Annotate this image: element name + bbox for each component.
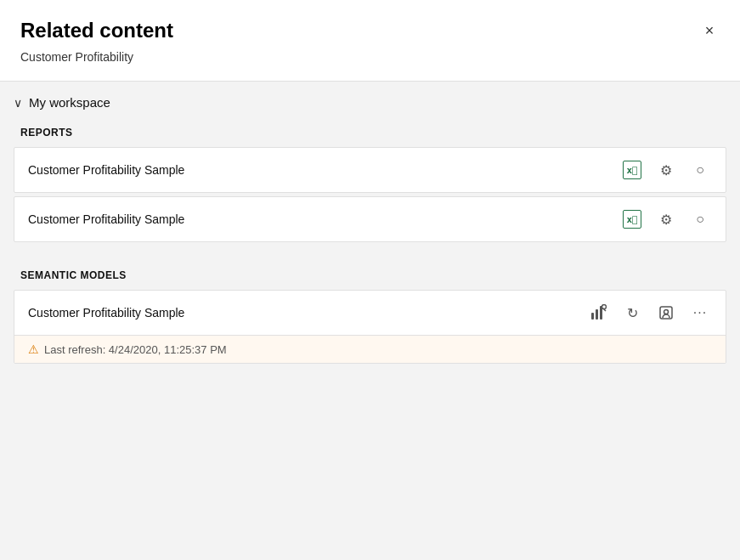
report-item-1-actions: x⃣ ⚙ ○ — [620, 158, 712, 182]
semantic-model-item-1-name: Customer Profitability Sample — [28, 306, 586, 320]
chart-analyze-icon — [590, 304, 607, 321]
reports-section: REPORTS Customer Profitability Sample x⃣… — [14, 120, 726, 242]
svg-rect-0 — [591, 313, 594, 320]
semantic-models-label: SEMANTIC MODELS — [14, 263, 726, 290]
related-content-panel: Related content Customer Profitability ×… — [0, 0, 740, 560]
semantic-model-item-1-row: Customer Profitability Sample — [14, 291, 726, 335]
panel-header: Related content Customer Profitability × — [0, 0, 740, 82]
panel-body: ∨ My workspace REPORTS Customer Profitab… — [0, 82, 740, 560]
analyze-data-icon[interactable] — [586, 301, 610, 325]
workspace-name: My workspace — [29, 95, 110, 110]
report-item-1: Customer Profitability Sample x⃣ ⚙ ○ — [14, 147, 726, 193]
semantic-model-item-1: Customer Profitability Sample — [14, 290, 726, 364]
excel-icon: x⃣ — [623, 161, 641, 179]
insights-icon-2[interactable]: ○ — [688, 207, 712, 231]
gear-icon: ⚙ — [660, 162, 672, 178]
settings-icon-2[interactable]: ⚙ — [654, 207, 678, 231]
svg-rect-1 — [596, 309, 598, 320]
settings-icon[interactable]: ⚙ — [654, 158, 678, 182]
panel-title: Related content — [20, 17, 720, 43]
gear-icon-2: ⚙ — [660, 212, 672, 228]
security-icon-btn[interactable] — [654, 301, 678, 325]
report-item-1-name: Customer Profitability Sample — [28, 163, 620, 177]
excel-analyze-icon[interactable]: x⃣ — [620, 158, 644, 182]
report-item-2-name: Customer Profitability Sample — [28, 212, 620, 226]
insights-icon[interactable]: ○ — [688, 158, 712, 182]
chevron-down-icon: ∨ — [14, 96, 22, 110]
panel-subtitle: Customer Profitability — [20, 50, 720, 64]
refresh-icon: ↻ — [627, 305, 638, 321]
refresh-info-text: Last refresh: 4/24/2020, 11:25:37 PM — [44, 343, 227, 356]
semantic-models-section: SEMANTIC MODELS Customer Profitability S… — [14, 263, 726, 364]
svg-point-3 — [602, 305, 607, 309]
semantic-model-item-1-actions: ↻ ··· — [586, 301, 712, 325]
report-item-2-actions: x⃣ ⚙ ○ — [620, 207, 712, 231]
workspace-header[interactable]: ∨ My workspace — [14, 82, 726, 120]
security-icon — [658, 304, 675, 321]
report-item-2: Customer Profitability Sample x⃣ ⚙ ○ — [14, 196, 726, 242]
warning-icon: ⚠ — [28, 342, 39, 356]
more-options-button[interactable]: ··· — [688, 301, 712, 325]
close-button[interactable]: × — [696, 17, 723, 44]
excel-analyze-icon-2[interactable]: x⃣ — [620, 207, 644, 231]
more-icon: ··· — [693, 305, 707, 320]
refresh-button[interactable]: ↻ — [620, 301, 644, 325]
refresh-info-row: ⚠ Last refresh: 4/24/2020, 11:25:37 PM — [14, 335, 726, 363]
workspace-section: ∨ My workspace REPORTS Customer Profitab… — [14, 82, 726, 364]
bulb-icon: ○ — [696, 162, 704, 178]
excel-icon-2: x⃣ — [623, 210, 641, 229]
svg-point-6 — [664, 310, 669, 314]
reports-label: REPORTS — [14, 120, 726, 147]
bulb-icon-2: ○ — [696, 212, 704, 227]
svg-rect-5 — [660, 307, 672, 319]
